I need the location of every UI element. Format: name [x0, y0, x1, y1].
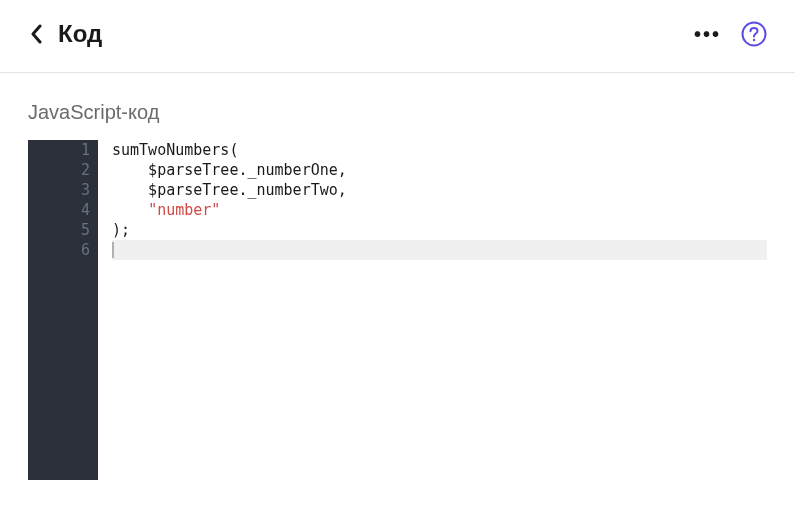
page-title: Код	[58, 20, 102, 48]
cursor	[112, 242, 114, 258]
gutter-line: 3	[28, 180, 94, 200]
code-token: $parseTree._numberOne,	[112, 160, 347, 180]
section-label: JavaScript-код	[28, 101, 767, 124]
editor-gutter: 1♥23456	[28, 140, 98, 480]
code-token	[112, 200, 148, 220]
editor-code-area[interactable]: sumTwoNumbers( $parseTree._numberOne, $p…	[98, 140, 767, 480]
gutter-line: 5	[28, 220, 94, 240]
back-icon[interactable]	[28, 22, 44, 46]
code-line[interactable]	[112, 240, 767, 260]
code-line[interactable]: );	[112, 220, 767, 240]
code-line[interactable]: $parseTree._numberTwo,	[112, 180, 767, 200]
help-icon[interactable]	[741, 21, 767, 47]
code-line[interactable]: sumTwoNumbers(	[112, 140, 767, 160]
header-bar: Код •••	[0, 0, 795, 73]
code-token: "number"	[148, 200, 220, 220]
code-line[interactable]: $parseTree._numberOne,	[112, 160, 767, 180]
more-icon[interactable]: •••	[694, 23, 721, 46]
gutter-line: 1♥	[28, 140, 94, 160]
gutter-line: 4	[28, 200, 94, 220]
code-token: $parseTree._numberTwo,	[112, 180, 347, 200]
svg-point-1	[753, 39, 755, 41]
header-right: •••	[694, 21, 767, 47]
gutter-line: 2	[28, 160, 94, 180]
code-line[interactable]: "number"	[112, 200, 767, 220]
code-token: );	[112, 220, 130, 240]
code-token: sumTwoNumbers(	[112, 140, 238, 160]
code-editor[interactable]: 1♥23456 sumTwoNumbers( $parseTree._numbe…	[28, 140, 767, 480]
header-left: Код	[28, 20, 102, 48]
content-area: JavaScript-код 1♥23456 sumTwoNumbers( $p…	[0, 73, 795, 480]
gutter-line: 6	[28, 240, 94, 260]
